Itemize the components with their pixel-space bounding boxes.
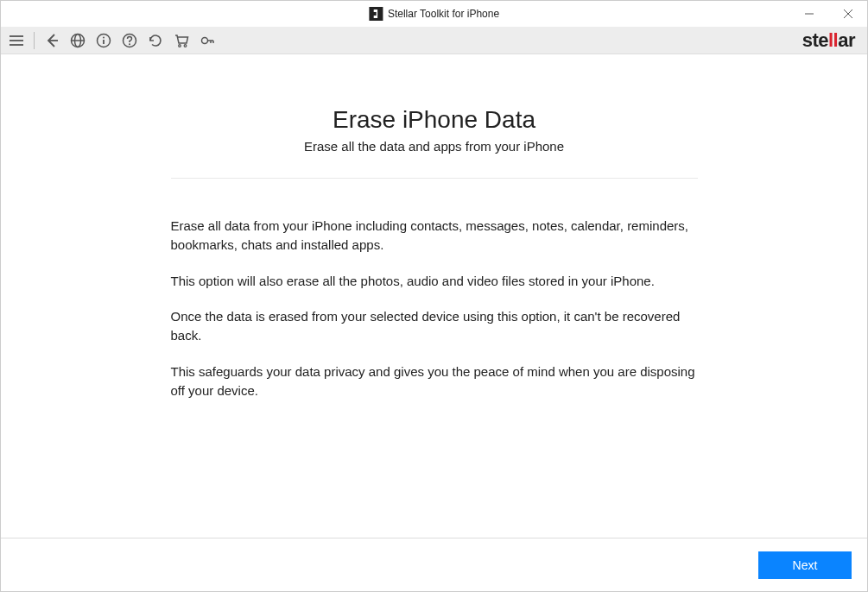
body-text: Erase all data from your iPhone includin… xyxy=(171,217,698,417)
page-subheading: Erase all the data and apps from your iP… xyxy=(304,139,564,154)
next-button[interactable]: Next xyxy=(758,551,852,579)
close-button[interactable] xyxy=(828,1,867,27)
paragraph-1: Erase all data from your iPhone includin… xyxy=(171,217,698,255)
svg-point-15 xyxy=(179,44,181,47)
info-icon[interactable] xyxy=(95,32,112,49)
svg-point-17 xyxy=(202,37,208,43)
footer: Next xyxy=(1,538,867,591)
brand-prefix: ste xyxy=(802,29,828,51)
brand-logo: stellar xyxy=(802,29,860,52)
page-heading: Erase iPhone Data xyxy=(333,106,535,134)
cart-icon[interactable] xyxy=(173,32,190,49)
titlebar: Stellar Toolkit for iPhone xyxy=(1,1,867,27)
brand-suffix: ar xyxy=(838,29,855,51)
main-content: Erase iPhone Data Erase all the data and… xyxy=(1,54,867,538)
window-controls xyxy=(789,1,867,27)
globe-icon[interactable] xyxy=(69,32,86,49)
brand-accent: ll xyxy=(828,29,838,51)
menu-icon[interactable] xyxy=(8,32,25,49)
minimize-button[interactable] xyxy=(789,1,828,27)
back-icon[interactable] xyxy=(43,32,60,49)
refresh-icon[interactable] xyxy=(147,32,164,49)
svg-point-14 xyxy=(129,43,130,45)
paragraph-3: Once the data is erased from your select… xyxy=(171,307,698,345)
svg-point-16 xyxy=(184,44,187,47)
help-icon[interactable] xyxy=(121,32,138,49)
app-icon xyxy=(369,7,383,21)
toolbar-separator xyxy=(34,32,35,49)
toolbar: stellar xyxy=(1,27,867,54)
divider xyxy=(171,178,698,179)
paragraph-2: This option will also erase all the phot… xyxy=(171,272,698,291)
svg-point-11 xyxy=(103,36,105,38)
window-title: Stellar Toolkit for iPhone xyxy=(388,8,499,20)
key-icon[interactable] xyxy=(199,32,216,49)
paragraph-4: This safeguards your data privacy and gi… xyxy=(171,362,698,400)
